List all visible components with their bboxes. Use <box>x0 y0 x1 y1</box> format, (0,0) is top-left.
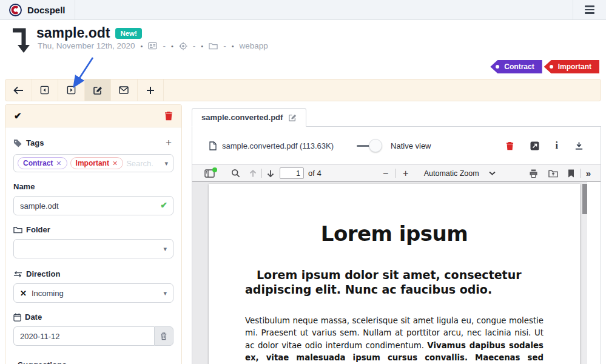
bookmark-icon[interactable] <box>568 169 574 178</box>
folder-section-label: Folder <box>13 225 173 234</box>
next-item-button[interactable] <box>58 79 85 101</box>
date-input[interactable] <box>13 326 154 346</box>
send-mail-button[interactable] <box>111 79 138 101</box>
name-section-label: Name <box>13 182 173 191</box>
tag-chip-contract[interactable]: Contract✕ <box>18 157 67 169</box>
zoom-in-icon[interactable]: + <box>400 168 411 179</box>
tag-icon <box>13 139 22 147</box>
add-files-button[interactable] <box>138 79 164 101</box>
clear-date-button[interactable] <box>154 326 173 346</box>
concerning-crosshair-icon <box>179 42 187 50</box>
zoom-level-select[interactable]: Automatic Zoom <box>419 167 501 180</box>
tab-converted-pdf[interactable]: sample.converted.pdf <box>192 108 306 127</box>
external-link-square-icon[interactable] <box>530 141 539 150</box>
pdf-prev-page-icon[interactable] <box>249 169 257 178</box>
navbar: Docspell <box>0 0 606 20</box>
edit-pencil-square-icon <box>93 86 103 95</box>
open-file-icon[interactable] <box>548 169 558 178</box>
direction-section-label: Direction <box>13 269 173 278</box>
saved-check-icon: ✔ <box>160 200 167 210</box>
edit-mode-button[interactable] <box>85 79 112 101</box>
add-tag-plus-icon[interactable]: ＋ <box>164 136 173 149</box>
new-badge: New! <box>115 28 141 39</box>
correspondent-value: - <box>163 41 166 50</box>
dropdown-caret-icon[interactable]: ▾ <box>164 160 168 167</box>
folder-value: - <box>223 41 226 50</box>
concerning-value: - <box>193 41 196 50</box>
doc-meta-row: Thu, November 12th, 2020 • - • - • - • w… <box>38 41 268 50</box>
zoom-out-icon[interactable]: − <box>380 168 391 179</box>
tags-multiselect[interactable]: Contract✕ Important✕ ▾ <box>13 154 173 172</box>
prev-item-button[interactable] <box>32 79 59 101</box>
source-value: webapp <box>240 41 268 50</box>
dropdown-caret-icon[interactable]: ▾ <box>163 245 167 253</box>
pdf-scrollbar[interactable] <box>582 183 587 364</box>
calendar-icon <box>13 313 21 322</box>
docspell-logo-icon <box>9 4 22 16</box>
remove-tag-icon[interactable]: ✕ <box>56 160 61 167</box>
brand-home-link[interactable]: Docspell <box>0 0 75 19</box>
brand-name: Docspell <box>27 5 66 15</box>
print-icon[interactable] <box>529 169 538 178</box>
page-title: sample.odt <box>36 25 110 41</box>
times-icon[interactable]: ✕ <box>20 289 27 298</box>
back-button[interactable] <box>5 79 32 101</box>
folder-icon <box>209 42 218 50</box>
date-section-label: Date <box>13 312 173 322</box>
chevron-down-icon <box>489 171 496 175</box>
native-view-label: Native view <box>391 141 431 150</box>
pdf-title: Lorem ipsum <box>209 221 580 246</box>
folder-select[interactable]: ▾ <box>13 239 173 258</box>
name-input[interactable] <box>13 196 173 215</box>
pdf-sidebar-toggle-icon[interactable] <box>204 169 215 178</box>
pdfjs-toolbar: of 4 − + Automatic Zoom » <box>192 164 601 182</box>
tag-ribbons: Contract Important <box>490 60 599 73</box>
doc-date: Thu, November 12th, 2020 <box>38 41 135 50</box>
pdf-paragraph: Vestibulum neque massa, scelerisque sit … <box>245 315 544 364</box>
dot-separator: • <box>201 42 203 50</box>
file-icon <box>209 141 217 150</box>
correspondent-card-icon <box>148 42 157 50</box>
envelope-icon <box>119 86 129 94</box>
pdf-canvas-area: Lorem ipsum Lorem ipsum dolor sit amet, … <box>192 182 587 364</box>
pdf-next-page-icon[interactable] <box>266 169 275 178</box>
rename-file-icon[interactable] <box>288 113 297 122</box>
pdf-scrollbar-thumb[interactable] <box>582 184 587 214</box>
dot-separator: • <box>141 42 143 50</box>
info-icon[interactable]: i <box>556 140 558 151</box>
tags-section-label: Tags ＋ <box>13 136 173 149</box>
file-name-size: sample.converted.pdf (113.63K) <box>222 141 334 150</box>
suggestions-heading: Suggestions <box>18 360 173 364</box>
direction-select[interactable]: ✕ Incoming ▾ <box>13 283 173 303</box>
more-tools-chevrons-icon[interactable]: » <box>586 168 591 178</box>
delete-file-trash-icon[interactable] <box>506 141 514 150</box>
edit-sidebar-panel: ✔ Tags ＋ Contract✕ Important✕ ▾ Name <box>5 104 182 364</box>
dot-separator: • <box>171 42 173 50</box>
remove-tag-icon[interactable]: ✕ <box>112 160 118 167</box>
exchange-icon <box>13 271 22 278</box>
confirm-check-icon[interactable]: ✔ <box>14 110 22 121</box>
edit-sidebar-header: ✔ <box>5 105 181 127</box>
pdf-page-count: of 4 <box>308 169 322 178</box>
tag-ribbon-contract: Contract <box>490 60 542 73</box>
pdf-page: Lorem ipsum Lorem ipsum dolor sit amet, … <box>209 184 580 364</box>
pdf-search-icon[interactable] <box>231 169 240 178</box>
tag-chip-important[interactable]: Important✕ <box>70 157 124 169</box>
item-toolbar <box>5 79 601 101</box>
pdf-page-number-input[interactable] <box>280 167 304 179</box>
file-meta-row: sample.converted.pdf (113.63K) Native vi… <box>192 127 601 164</box>
tag-search-input[interactable] <box>126 159 161 168</box>
folder-icon <box>13 226 22 234</box>
pdf-subtitle: Lorem ipsum dolor sit amet, consectetur … <box>245 268 544 297</box>
dropdown-caret-icon[interactable]: ▾ <box>163 289 167 297</box>
caret-square-left-icon <box>40 86 49 95</box>
tag-ribbon-important: Important <box>544 60 599 73</box>
delete-item-trash-icon[interactable] <box>164 111 173 121</box>
native-view-toggle[interactable] <box>357 139 382 152</box>
attachment-viewer: sample.converted.pdf (113.63K) Native vi… <box>192 126 601 364</box>
plus-icon <box>146 86 155 95</box>
caret-square-right-icon <box>67 86 76 95</box>
menu-hamburger-icon[interactable] <box>573 0 606 19</box>
download-icon[interactable] <box>574 141 584 150</box>
level-down-icon <box>10 27 30 53</box>
